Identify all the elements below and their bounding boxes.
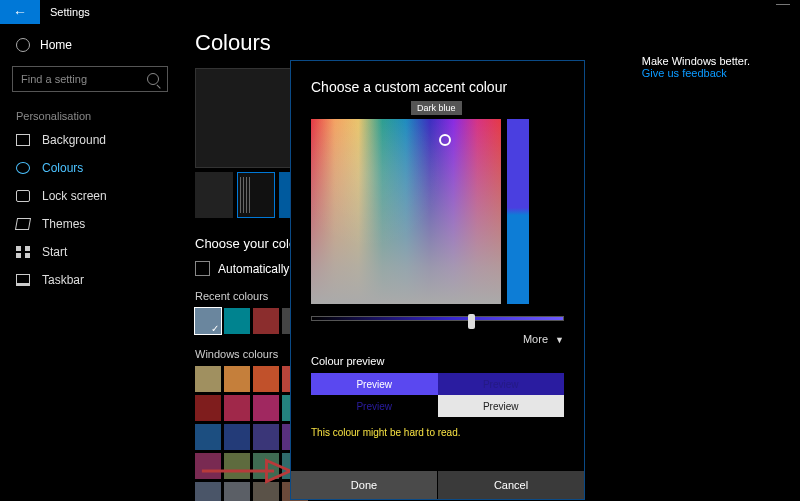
sidebar-item-lockscreen[interactable]: Lock screen xyxy=(0,182,180,210)
palette-icon xyxy=(16,162,30,174)
colour-preview-grid: Preview Preview Preview Preview xyxy=(311,373,564,417)
colour-swatch[interactable] xyxy=(253,395,279,421)
sidebar-item-label: Themes xyxy=(42,217,85,231)
sidebar-item-label: Lock screen xyxy=(42,189,107,203)
colour-swatch[interactable] xyxy=(195,308,221,334)
dialog-title: Choose a custom accent colour xyxy=(311,79,564,95)
colour-swatch[interactable] xyxy=(195,366,221,392)
colour-swatch[interactable] xyxy=(253,424,279,450)
picker-cursor[interactable] xyxy=(439,134,451,146)
value-slider[interactable] xyxy=(311,316,564,327)
preview-tile: Preview xyxy=(438,373,565,395)
preview-tile: Preview xyxy=(311,373,438,395)
colour-picker[interactable] xyxy=(311,119,501,304)
picture-icon xyxy=(16,134,30,146)
annotation-arrow xyxy=(200,456,295,486)
colour-swatch[interactable] xyxy=(224,366,250,392)
start-icon xyxy=(16,246,30,258)
colour-swatch[interactable] xyxy=(253,366,279,392)
colour-swatch[interactable] xyxy=(224,424,250,450)
colour-preview-label: Colour preview xyxy=(311,355,564,367)
preview-thumb[interactable] xyxy=(195,172,233,218)
sidebar-item-label: Colours xyxy=(42,161,83,175)
taskbar-icon xyxy=(16,274,30,286)
readability-warning: This colour might be hard to read. xyxy=(311,427,564,438)
done-button[interactable]: Done xyxy=(291,471,438,499)
slider-thumb[interactable] xyxy=(468,314,475,329)
dialog-buttons: Done Cancel xyxy=(291,471,584,499)
sidebar-item-label: Taskbar xyxy=(42,273,84,287)
sidebar-item-label: Start xyxy=(42,245,67,259)
colour-swatch[interactable] xyxy=(224,395,250,421)
back-button[interactable]: ← xyxy=(0,0,40,24)
lock-icon xyxy=(16,190,30,202)
colour-swatch[interactable] xyxy=(224,308,250,334)
sidebar: Home Find a setting Personalisation Back… xyxy=(0,24,180,294)
sidebar-item-start[interactable]: Start xyxy=(0,238,180,266)
gear-icon xyxy=(16,38,30,52)
custom-colour-dialog: Choose a custom accent colour Dark blue … xyxy=(290,60,585,500)
sidebar-item-themes[interactable]: Themes xyxy=(0,210,180,238)
sidebar-item-background[interactable]: Background xyxy=(0,126,180,154)
colour-swatch[interactable] xyxy=(253,308,279,334)
sidebar-item-label: Background xyxy=(42,133,106,147)
preview-tile: Preview xyxy=(438,395,565,417)
preview-thumb[interactable] xyxy=(237,172,275,218)
colour-swatch[interactable] xyxy=(195,395,221,421)
home-button[interactable]: Home xyxy=(0,32,180,58)
hue-preview xyxy=(507,119,529,304)
sidebar-item-taskbar[interactable]: Taskbar xyxy=(0,266,180,294)
colour-swatch[interactable] xyxy=(195,424,221,450)
app-title: Settings xyxy=(40,6,90,18)
preview-tile: Preview xyxy=(311,395,438,417)
more-label: More xyxy=(523,333,548,345)
minimize-button[interactable] xyxy=(776,4,790,6)
search-input[interactable]: Find a setting xyxy=(12,66,168,92)
search-placeholder: Find a setting xyxy=(21,73,87,85)
colour-tooltip: Dark blue xyxy=(411,101,462,115)
chevron-down-icon: ▼ xyxy=(555,335,564,345)
checkbox-icon xyxy=(195,261,210,276)
cancel-button[interactable]: Cancel xyxy=(438,471,584,499)
search-icon xyxy=(147,73,159,85)
page-title: Colours xyxy=(195,30,800,56)
more-toggle[interactable]: More ▼ xyxy=(311,333,564,345)
home-label: Home xyxy=(40,38,72,52)
sidebar-item-colours[interactable]: Colours xyxy=(0,154,180,182)
theme-icon xyxy=(15,218,31,230)
section-label: Personalisation xyxy=(0,100,180,126)
slider-track xyxy=(311,316,564,321)
title-bar: ← Settings xyxy=(0,0,800,24)
